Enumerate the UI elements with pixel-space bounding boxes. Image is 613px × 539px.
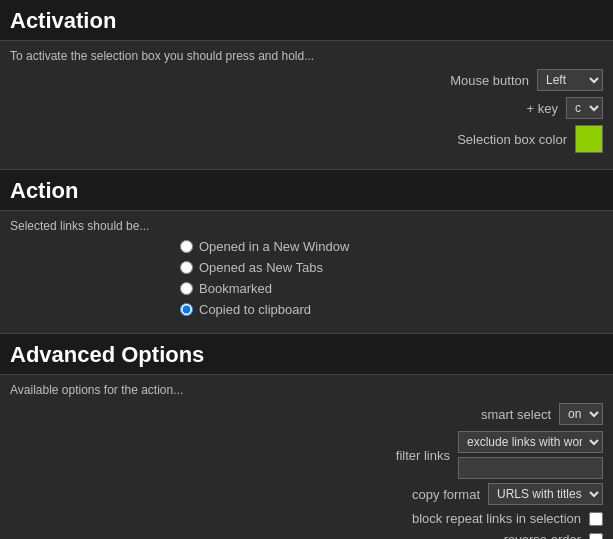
- radio-label-clipboard: Copied to clipboard: [199, 302, 311, 317]
- activation-intro: To activate the selection box you should…: [10, 49, 603, 63]
- action-header: Action: [0, 170, 613, 211]
- mouse-button-row: Mouse button Left Middle Right: [10, 69, 603, 91]
- radio-new-tabs[interactable]: [180, 261, 193, 274]
- action-section: Action Selected links should be... Opene…: [0, 170, 613, 334]
- activation-header: Activation: [0, 0, 613, 41]
- advanced-intro: Available options for the action...: [10, 383, 603, 397]
- reverse-order-row: reverse order: [10, 532, 603, 539]
- filter-links-row: filter links exclude links with words in…: [10, 431, 603, 479]
- copy-format-label: copy format: [320, 487, 480, 502]
- copy-format-row: copy format URLS with titles URLS only t…: [10, 483, 603, 505]
- action-radio-group: Opened in a New Window Opened as New Tab…: [180, 239, 603, 323]
- action-intro: Selected links should be...: [10, 219, 603, 233]
- action-body: Selected links should be... Opened in a …: [0, 211, 613, 334]
- radio-new-window[interactable]: [180, 240, 193, 253]
- filter-links-label: filter links: [290, 448, 450, 463]
- copy-format-select[interactable]: URLS with titles URLS only titles only: [488, 483, 603, 505]
- key-select[interactable]: c a b: [566, 97, 603, 119]
- smart-select-row: smart select on off: [10, 403, 603, 425]
- color-row: Selection box color: [10, 125, 603, 153]
- filter-links-select[interactable]: exclude links with words include links w…: [458, 431, 603, 453]
- radio-row-3: Bookmarked: [180, 281, 603, 296]
- advanced-body: Available options for the action... smar…: [0, 375, 613, 539]
- activation-body: To activate the selection box you should…: [0, 41, 613, 170]
- reverse-order-label: reverse order: [321, 532, 581, 539]
- smart-select-select[interactable]: on off: [559, 403, 603, 425]
- mouse-button-label: Mouse button: [369, 73, 529, 88]
- radio-label-new-tabs: Opened as New Tabs: [199, 260, 323, 275]
- radio-label-bookmarked: Bookmarked: [199, 281, 272, 296]
- filter-links-text[interactable]: [458, 457, 603, 479]
- key-label: + key: [398, 101, 558, 116]
- filter-links-controls: exclude links with words include links w…: [458, 431, 603, 479]
- radio-row-2: Opened as New Tabs: [180, 260, 603, 275]
- block-repeat-label: block repeat links in selection: [321, 511, 581, 526]
- block-repeat-checkbox[interactable]: [589, 512, 603, 526]
- activation-section: Activation To activate the selection box…: [0, 0, 613, 170]
- block-repeat-row: block repeat links in selection: [10, 511, 603, 526]
- radio-label-new-window: Opened in a New Window: [199, 239, 349, 254]
- radio-row-1: Opened in a New Window: [180, 239, 603, 254]
- mouse-button-select[interactable]: Left Middle Right: [537, 69, 603, 91]
- advanced-section: Advanced Options Available options for t…: [0, 334, 613, 539]
- radio-clipboard[interactable]: [180, 303, 193, 316]
- radio-bookmarked[interactable]: [180, 282, 193, 295]
- color-label: Selection box color: [407, 132, 567, 147]
- radio-row-4: Copied to clipboard: [180, 302, 603, 317]
- advanced-header: Advanced Options: [0, 334, 613, 375]
- key-row: + key c a b: [10, 97, 603, 119]
- color-picker[interactable]: [575, 125, 603, 153]
- reverse-order-checkbox[interactable]: [589, 533, 603, 540]
- smart-select-label: smart select: [391, 407, 551, 422]
